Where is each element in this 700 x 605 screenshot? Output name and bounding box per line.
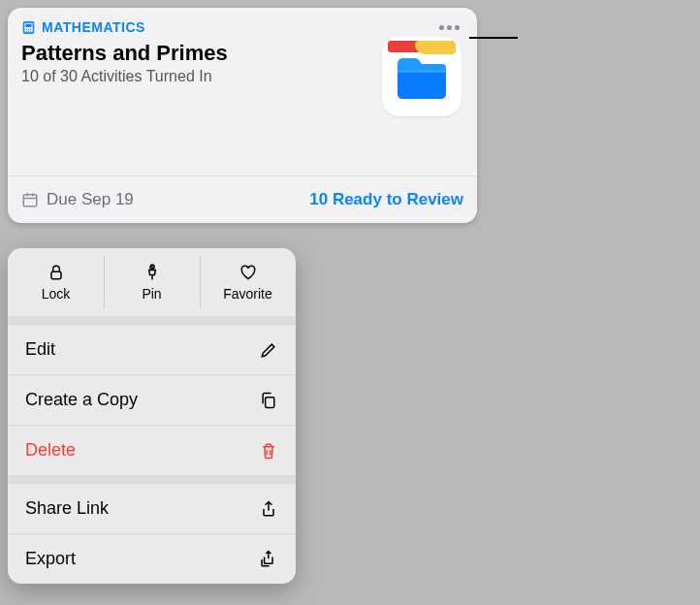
callout-line	[469, 37, 518, 39]
copy-label: Create a Copy	[25, 390, 138, 410]
calendar-icon	[21, 191, 39, 208]
svg-rect-1	[25, 23, 31, 26]
more-button[interactable]	[435, 21, 463, 34]
assignment-subtitle: 10 of 30 Activities Turned In	[21, 68, 228, 85]
export-menu-item[interactable]: Export	[8, 533, 296, 584]
svg-point-2	[26, 28, 27, 29]
lock-label: Lock	[42, 286, 71, 302]
assignment-title: Patterns and Primes	[21, 41, 228, 66]
delete-label: Delete	[25, 440, 76, 461]
svg-point-5	[26, 30, 27, 31]
share-label: Share Link	[25, 498, 109, 519]
subject-label: MATHEMATICS	[21, 19, 145, 35]
edit-label: Edit	[25, 339, 55, 360]
subject-icon	[21, 20, 36, 35]
lock-icon	[47, 263, 66, 282]
favorite-button[interactable]: Favorite	[200, 248, 296, 316]
create-copy-menu-item[interactable]: Create a Copy	[8, 374, 296, 425]
menu-separator-2	[8, 475, 296, 483]
pencil-icon	[259, 340, 278, 360]
ready-to-review-link[interactable]: 10 Ready to Review	[309, 190, 463, 209]
delete-menu-item[interactable]: Delete	[8, 425, 296, 475]
due-text: Due Sep 19	[47, 190, 134, 209]
card-text-block: Patterns and Primes 10 of 30 Activities …	[21, 41, 228, 116]
svg-rect-12	[51, 271, 61, 279]
subject-text: MATHEMATICS	[42, 19, 145, 35]
copy-icon	[259, 391, 278, 410]
share-icon	[259, 499, 278, 519]
pin-button[interactable]: Pin	[104, 248, 200, 316]
pin-label: Pin	[142, 286, 161, 302]
assignment-card[interactable]: MATHEMATICS Patterns and Primes 10 of 30…	[8, 8, 477, 223]
menu-separator	[8, 316, 296, 324]
card-header: MATHEMATICS	[8, 8, 477, 35]
files-app-icon	[382, 37, 461, 116]
svg-rect-8	[23, 195, 37, 207]
lock-button[interactable]: Lock	[8, 248, 104, 316]
context-menu: Lock Pin Favorite Edit	[8, 248, 296, 584]
menu-top-row: Lock Pin Favorite	[8, 248, 296, 316]
favorite-label: Favorite	[223, 286, 272, 302]
edit-menu-item[interactable]: Edit	[8, 324, 296, 374]
heart-icon	[239, 263, 258, 282]
card-body: Patterns and Primes 10 of 30 Activities …	[8, 35, 477, 116]
svg-rect-14	[266, 397, 274, 407]
svg-point-4	[30, 28, 31, 29]
export-label: Export	[25, 549, 76, 569]
svg-point-3	[28, 28, 29, 29]
share-link-menu-item[interactable]: Share Link	[8, 483, 296, 533]
trash-icon	[259, 441, 278, 461]
svg-point-6	[28, 30, 29, 31]
pin-icon	[143, 263, 162, 282]
export-icon	[257, 549, 278, 570]
due-date: Due Sep 19	[21, 190, 134, 209]
svg-point-7	[30, 30, 31, 31]
card-footer: Due Sep 19 10 Ready to Review	[8, 175, 477, 223]
